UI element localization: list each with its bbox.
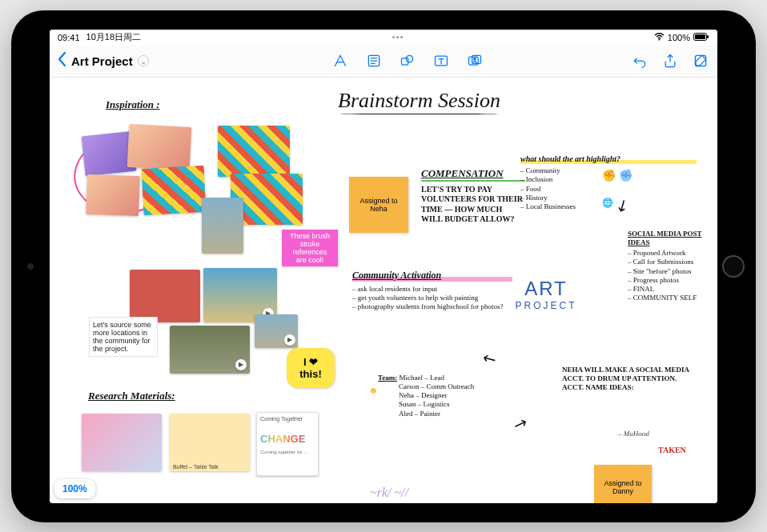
front-camera <box>27 263 34 270</box>
list-item: Site "before" photos <box>628 267 717 276</box>
list-item: Proposed Artwork <box>628 249 717 258</box>
photo-thumbnail[interactable] <box>127 123 192 170</box>
compose-button-icon[interactable] <box>692 52 709 70</box>
list-item: FINAL <box>628 285 717 294</box>
list-item: Carson – Comm Outreach <box>399 382 474 390</box>
play-icon: ▶ <box>235 359 247 370</box>
list-item: Neha – Designer <box>399 391 447 399</box>
taken-label: TAKEN <box>658 446 686 456</box>
screen: 09:41 10月18日周二 100% Ar <box>50 30 717 503</box>
video-thumbnail[interactable]: ▶ <box>255 314 298 348</box>
multitask-dots[interactable] <box>392 36 403 38</box>
sticky-note[interactable]: Assigned to Neha <box>349 177 408 233</box>
home-button[interactable] <box>722 255 745 278</box>
photo-thumbnail[interactable] <box>218 126 290 177</box>
app-toolbar: Art Project ⌄ <box>50 46 717 78</box>
sticky-note-tool-icon[interactable] <box>365 52 383 70</box>
svg-rect-2 <box>695 34 705 39</box>
list-item: COMMUNITY SELF <box>628 294 717 302</box>
fist-icons: ✊✊ <box>602 169 632 182</box>
heading-team: Team: <box>378 374 397 382</box>
heading-research: Research Materials: <box>88 390 175 402</box>
status-bar: 09:41 10月18日周二 100% <box>50 30 717 46</box>
list-item: Michael – Lead <box>399 374 444 382</box>
sticky-note[interactable]: These brush stroke references are cool! <box>282 230 338 266</box>
art-project-logo: ART PROJECT <box>498 278 594 311</box>
zoom-level-badge[interactable]: 100% <box>54 479 95 498</box>
shapes-tool-icon[interactable] <box>399 52 416 70</box>
smiley-icon: ☻ <box>368 385 379 396</box>
board-title[interactable]: Art Project <box>71 54 133 68</box>
undo-button-icon[interactable] <box>631 52 649 70</box>
ipad-frame: 09:41 10月18日周二 100% Ar <box>11 10 756 522</box>
status-date: 10月18日周二 <box>86 31 141 43</box>
share-button-icon[interactable] <box>661 52 679 70</box>
media-tool-icon[interactable] <box>466 52 484 70</box>
photo-thumbnail[interactable] <box>86 174 140 215</box>
battery-icon <box>693 33 709 42</box>
arrow-annotation: ↗ <box>477 348 500 370</box>
scribble: ~rk/ ~// <box>370 486 408 500</box>
battery-percent: 100% <box>668 33 690 42</box>
link-caption: Coming together for … <box>260 450 315 454</box>
signature: – MuHood <box>618 430 649 438</box>
svg-point-10 <box>474 58 476 60</box>
list-item: Susan – Logistics <box>399 400 450 408</box>
compensation-body: LET'S TRY TO PAY VOLUNTEERS FOR THEIR TI… <box>421 185 525 225</box>
text-tool-icon[interactable] <box>432 52 450 70</box>
link-caption: Buffet – Table Talk <box>173 464 219 470</box>
heading-compensation: COMPENSATION <box>421 167 525 182</box>
sticky-text: Assigned to Danny <box>600 479 645 495</box>
logo-line1: ART <box>498 278 594 300</box>
link-title: CHANGE <box>260 433 315 445</box>
wifi-icon <box>654 33 665 42</box>
list-item: Aled – Painter <box>399 410 440 418</box>
play-icon: ▶ <box>284 334 295 346</box>
globe-icon: 🌐 <box>602 198 613 208</box>
svg-point-6 <box>406 55 412 62</box>
sticky-text: Assigned to Neha <box>355 197 402 213</box>
svg-rect-3 <box>707 35 709 38</box>
svg-point-0 <box>658 38 660 40</box>
pen-tool-icon[interactable] <box>331 52 349 70</box>
logo-line2: PROJECT <box>498 300 594 311</box>
video-thumbnail[interactable]: ▶ <box>170 326 250 374</box>
list-item: Progress photos <box>628 276 717 285</box>
back-button[interactable] <box>58 52 66 70</box>
speech-bubble[interactable]: I ❤ this! <box>287 348 335 388</box>
photo-thumbnail[interactable] <box>202 198 243 254</box>
heading-community: Community Activation <box>352 270 512 282</box>
list-item: Call for Submissions <box>628 258 717 266</box>
note-neha: NEHA WILL MAKE A SOCIAL MEDIA ACCT. TO D… <box>562 366 698 393</box>
heading-social: SOCIAL MEDIA POST IDEAS <box>628 230 717 248</box>
list-item: ask local residents for input <box>352 285 512 294</box>
link-top-text: Coming Together <box>260 416 315 422</box>
heading-highlight: what should the art highlight? <box>520 154 697 165</box>
photo-thumbnail[interactable] <box>142 165 207 214</box>
title-dropdown-icon[interactable]: ⌄ <box>138 55 149 66</box>
freeform-canvas[interactable]: Brainstorm Session Inspiration : These b… <box>50 78 717 503</box>
link-preview[interactable] <box>82 414 162 471</box>
text-box[interactable]: Let's source some more locations in the … <box>90 318 157 356</box>
list-item: get youth volunteers to help with painti… <box>352 294 512 302</box>
status-time: 09:41 <box>58 33 80 42</box>
sticky-note[interactable]: Assigned to Danny <box>594 465 652 503</box>
heading-inspiration: Inspiration : <box>106 98 160 111</box>
photo-thumbnail[interactable] <box>130 270 200 322</box>
link-preview[interactable]: Coming Together CHANGE Coming together f… <box>256 412 319 476</box>
link-preview[interactable]: Buffet – Table Talk <box>170 414 250 471</box>
heading-brainstorm: Brainstorm Session <box>338 89 500 115</box>
list-item: photography students from highschool for… <box>352 302 512 311</box>
list-item: Food <box>520 185 697 194</box>
